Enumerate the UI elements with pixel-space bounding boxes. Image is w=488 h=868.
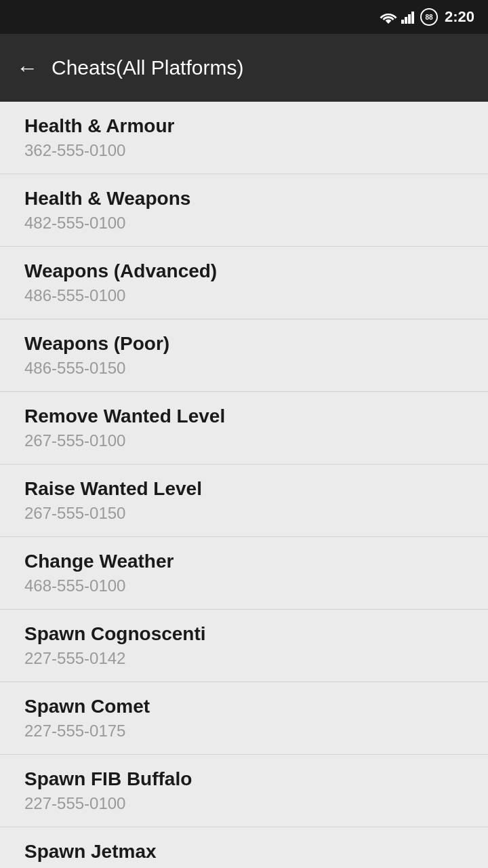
list-item[interactable]: Raise Wanted Level267-555-0150 bbox=[0, 465, 488, 537]
list-item[interactable]: Remove Wanted Level267-555-0100 bbox=[0, 392, 488, 465]
cheat-phone: 267-555-0100 bbox=[24, 431, 464, 450]
svg-rect-3 bbox=[411, 12, 414, 24]
cheat-phone: 482-555-0100 bbox=[24, 214, 464, 233]
cheat-phone: 227-555-0175 bbox=[24, 722, 464, 741]
cheat-title: Spawn Comet bbox=[24, 696, 464, 717]
list-item[interactable]: Spawn Jetmax bbox=[0, 827, 488, 868]
battery-level: 88 bbox=[425, 14, 432, 21]
list-item[interactable]: Spawn FIB Buffalo227-555-0100 bbox=[0, 755, 488, 827]
cheat-title: Weapons (Advanced) bbox=[24, 260, 464, 282]
list-item[interactable]: Weapons (Poor)486-555-0150 bbox=[0, 319, 488, 392]
list-item[interactable]: Health & Weapons482-555-0100 bbox=[0, 174, 488, 247]
cheat-phone: 468-555-0100 bbox=[24, 576, 464, 595]
cheat-title: Spawn FIB Buffalo bbox=[24, 768, 464, 790]
cheat-list: Health & Armour362-555-0100Health & Weap… bbox=[0, 102, 488, 868]
cheat-phone: 362-555-0100 bbox=[24, 141, 464, 160]
cheat-title: Raise Wanted Level bbox=[24, 478, 464, 500]
cheat-phone: 227-555-0100 bbox=[24, 794, 464, 813]
list-item[interactable]: Change Weather468-555-0100 bbox=[0, 537, 488, 610]
list-item[interactable]: Spawn Cognoscenti227-555-0142 bbox=[0, 610, 488, 682]
cheat-title: Weapons (Poor) bbox=[24, 333, 464, 355]
wifi-icon bbox=[380, 10, 397, 24]
status-time: 2:20 bbox=[445, 8, 474, 26]
signal-icon bbox=[401, 10, 416, 24]
svg-rect-2 bbox=[408, 14, 411, 24]
svg-rect-0 bbox=[401, 20, 404, 24]
status-icons: 88 2:20 bbox=[380, 8, 474, 26]
cheat-phone: 267-555-0150 bbox=[24, 504, 464, 523]
list-item[interactable]: Spawn Comet227-555-0175 bbox=[0, 682, 488, 755]
cheat-title: Spawn Cognoscenti bbox=[24, 623, 464, 645]
cheat-title: Spawn Jetmax bbox=[24, 841, 464, 863]
svg-rect-1 bbox=[405, 17, 407, 24]
app-title: Cheats(All Platforms) bbox=[52, 56, 243, 79]
battery-indicator: 88 bbox=[420, 8, 438, 26]
cheat-phone: 486-555-0100 bbox=[24, 286, 464, 305]
cheat-title: Health & Armour bbox=[24, 115, 464, 137]
cheat-phone: 227-555-0142 bbox=[24, 649, 464, 668]
app-bar: ← Cheats(All Platforms) bbox=[0, 34, 488, 102]
cheat-title: Health & Weapons bbox=[24, 188, 464, 210]
status-bar: 88 2:20 bbox=[0, 0, 488, 34]
cheat-title: Change Weather bbox=[24, 551, 464, 572]
cheat-title: Remove Wanted Level bbox=[24, 406, 464, 427]
list-item[interactable]: Health & Armour362-555-0100 bbox=[0, 102, 488, 174]
list-item[interactable]: Weapons (Advanced)486-555-0100 bbox=[0, 247, 488, 319]
back-button[interactable]: ← bbox=[16, 57, 38, 79]
cheat-phone: 486-555-0150 bbox=[24, 359, 464, 378]
